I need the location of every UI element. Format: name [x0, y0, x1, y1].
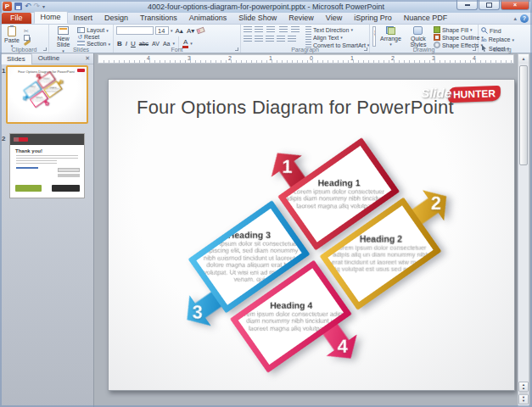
arrow-3-number: 3	[24, 97, 25, 100]
tab-file[interactable]: File	[2, 13, 31, 24]
arrange-icon	[386, 26, 395, 35]
tab-design[interactable]: Design	[98, 13, 134, 24]
shape-fill-button[interactable]: Shape Fill▾	[434, 26, 484, 33]
align-text-button[interactable]: Align Text▾	[305, 34, 369, 41]
slide2-link-line	[16, 167, 38, 169]
diagram: Heading 3 Lorem ipsum dolor sit consecte…	[26, 79, 59, 100]
tab-home[interactable]: Home	[34, 11, 68, 24]
section-icon	[77, 41, 85, 47]
powerpoint-app-icon[interactable]: P	[3, 2, 12, 11]
scroll-up-icon[interactable]: ▲	[518, 54, 529, 64]
vertical-scrollbar[interactable]: ▲ ▲▲ ▼▼	[518, 53, 529, 407]
arrow-2-number: 2	[61, 80, 63, 83]
previous-slide-button[interactable]: ▲▲	[518, 382, 529, 392]
editing-group-label: Editing	[479, 47, 526, 53]
format-painter-icon[interactable]	[24, 40, 31, 46]
text-direction-button[interactable]: Text Direction▾	[305, 26, 369, 33]
slide[interactable]: Four Options Diagram for PowerPoint Slid…	[108, 79, 515, 391]
scrollbar-thumb[interactable]	[519, 65, 528, 165]
line-spacing-icon[interactable]	[291, 26, 300, 33]
panel-tab-slides[interactable]: Slides	[0, 53, 32, 64]
ribbon-tab-row: File Home Insert Design Transitions Anim…	[0, 13, 532, 25]
arrow-2-number: 2	[431, 192, 441, 215]
clipboard-dialog-launcher-icon[interactable]	[43, 47, 47, 51]
layout-button[interactable]: Layout▾	[77, 27, 110, 33]
next-slide-button[interactable]: ▼▼	[518, 394, 529, 404]
panel-tab-outline[interactable]: Outline	[32, 53, 65, 64]
diagram: Heading 3 Lorem ipsum dolor sit consecte…	[209, 186, 421, 325]
align-left-icon[interactable]	[244, 36, 252, 42]
ribbon-group-editing: Find ab Replace▾ Select▾ Editing	[479, 25, 526, 53]
qat-dropdown-icon[interactable]: ▾	[42, 3, 45, 9]
justify-icon[interactable]	[277, 36, 285, 42]
font-dialog-launcher-icon[interactable]	[235, 47, 238, 51]
layout-icon	[77, 27, 85, 33]
paste-button[interactable]: Paste ▾	[3, 26, 21, 49]
font-name-combo[interactable]	[116, 26, 154, 35]
window-controls: ×	[456, 0, 529, 10]
slide1-number: 1	[2, 67, 5, 75]
redo-icon[interactable]: ↷	[34, 3, 41, 10]
minimize-button[interactable]	[456, 0, 478, 10]
find-icon	[481, 27, 488, 34]
slide1-thumbnail[interactable]: Four Options Diagram for PowerPoint Head…	[6, 65, 88, 124]
increase-indent-icon[interactable]	[279, 26, 288, 33]
clipboard-group-label: Clipboard	[0, 47, 48, 53]
decrease-font-icon[interactable]: A▾	[186, 27, 195, 35]
undo-icon[interactable]: ↶	[25, 3, 31, 10]
section-button[interactable]: Section▾	[77, 41, 110, 47]
drawing-dialog-launcher-icon[interactable]	[473, 47, 476, 51]
align-center-icon[interactable]	[255, 36, 263, 42]
paragraph-dialog-launcher-icon[interactable]	[364, 47, 367, 51]
align-right-icon[interactable]	[266, 36, 274, 42]
tab-view[interactable]: View	[320, 13, 348, 24]
tab-animations[interactable]: Animations	[183, 13, 233, 24]
slide-title[interactable]: Four Options Diagram for PowerPoint	[137, 97, 454, 119]
font-size-combo[interactable]: 14	[155, 26, 169, 35]
close-button[interactable]: ×	[501, 0, 529, 10]
find-button[interactable]: Find	[481, 27, 514, 34]
minimize-icon	[465, 4, 470, 6]
save-icon[interactable]	[14, 3, 22, 10]
shapes-scroll-icons[interactable]: ▴▾	[372, 27, 375, 46]
title-bar: P ↶ ↷ ▾ 4002-four-options-diagram-for-po…	[0, 0, 532, 13]
tab-nuance-pdf[interactable]: Nuance PDF	[398, 13, 454, 24]
quick-styles-button[interactable]: Quick Styles	[406, 26, 431, 48]
numbering-icon[interactable]	[255, 26, 263, 33]
shapes-gallery[interactable]: ▭ ╲ → ○ △ ▱ ☆ ◇ ▴▾	[372, 26, 376, 47]
slide2-gray-widget	[58, 168, 80, 172]
shape-outline-icon	[434, 34, 440, 41]
horizontal-ruler[interactable]: 4 3 2 1 0 1 2 3 4	[98, 54, 514, 64]
replace-button[interactable]: ab Replace▾	[481, 36, 514, 42]
ribbon-group-drawing: ▭ ╲ → ○ △ ▱ ☆ ◇ ▴▾ Arrange ▾ Quick Style…	[370, 25, 479, 53]
slide2-thumbnail[interactable]: Thank you!	[9, 133, 85, 198]
maximize-button[interactable]	[479, 0, 500, 10]
arrange-button[interactable]: Arrange ▾	[378, 26, 403, 47]
slide2-title: Thank you!	[15, 148, 84, 153]
increase-font-icon[interactable]: A▴	[175, 27, 184, 35]
tab-review[interactable]: Review	[283, 13, 320, 24]
tab-transitions[interactable]: Transitions	[134, 13, 183, 24]
columns-icon[interactable]	[288, 36, 296, 42]
text-direction-icon	[305, 26, 311, 33]
option-4-heading: Heading 4	[238, 300, 344, 310]
collapse-ribbon-icon[interactable]: ▴	[513, 15, 517, 22]
option-1-body: Lorem ipsum dolor consectetuer adipis di…	[38, 80, 54, 83]
shape-outline-button[interactable]: Shape Outline▾	[434, 34, 484, 41]
clear-formatting-icon[interactable]	[196, 27, 205, 35]
option-1-heading: Heading 1	[286, 178, 391, 188]
tab-ispring-pro[interactable]: iSpring Pro	[348, 13, 398, 24]
option-1-body: Lorem ipsum dolor consectetuer adipis di…	[286, 189, 391, 210]
quick-access-toolbar: P ↶ ↷ ▾	[3, 2, 45, 11]
decrease-indent-icon[interactable]	[266, 26, 275, 33]
reset-button[interactable]: ↺Reset	[77, 34, 110, 40]
help-icon[interactable]: ?	[520, 14, 529, 23]
tab-insert[interactable]: Insert	[68, 13, 99, 24]
tab-slide-show[interactable]: Slide Show	[232, 13, 283, 24]
slide2-header-band	[10, 134, 84, 145]
cut-icon[interactable]: ✂	[24, 28, 31, 34]
slidehunter-logo: SlideHUNTER	[421, 86, 501, 102]
arrow-4-number: 4	[44, 102, 50, 105]
panel-close-icon[interactable]: ✕	[81, 55, 93, 62]
bullets-icon[interactable]	[244, 26, 252, 33]
